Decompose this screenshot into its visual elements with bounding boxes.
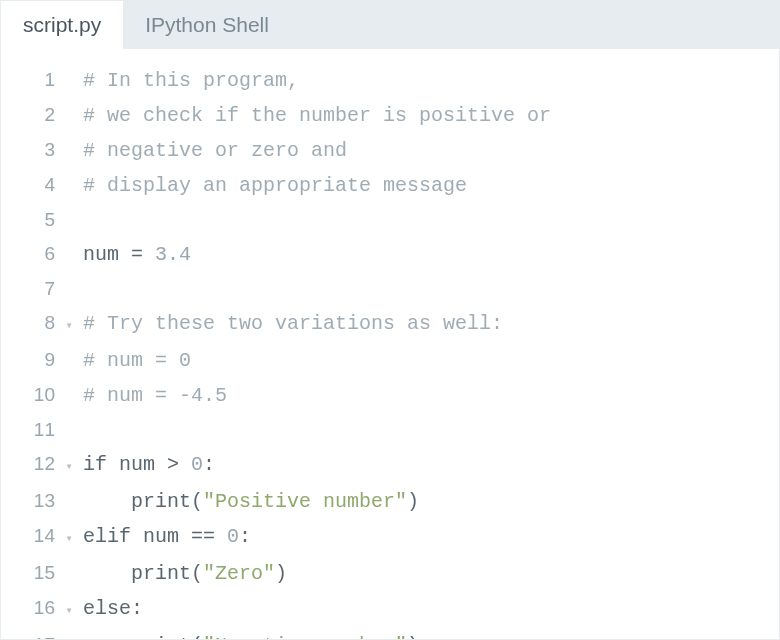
line-number: 14 — [1, 519, 61, 553]
code-content: num = 3.4 — [77, 238, 779, 272]
line-number: 8 — [1, 306, 61, 340]
code-line[interactable]: 3# negative or zero and — [1, 133, 779, 168]
code-content: # Try these two variations as well: — [77, 307, 779, 341]
code-line[interactable]: 4# display an appropriate message — [1, 168, 779, 203]
code-content: # In this program, — [77, 64, 779, 98]
fold-marker-icon[interactable]: ▾ — [61, 309, 77, 343]
line-number: 7 — [1, 272, 61, 306]
code-editor[interactable]: 1# In this program,2# we check if the nu… — [1, 49, 779, 639]
code-line[interactable]: 9# num = 0 — [1, 343, 779, 378]
code-content: # negative or zero and — [77, 134, 779, 168]
code-content: elif num == 0: — [77, 520, 779, 554]
code-line[interactable]: 7 — [1, 272, 779, 306]
code-line[interactable]: 16▾else: — [1, 591, 779, 628]
code-line[interactable]: 6num = 3.4 — [1, 237, 779, 272]
line-number: 5 — [1, 203, 61, 237]
line-number: 3 — [1, 133, 61, 167]
line-number: 4 — [1, 168, 61, 202]
code-content: # we check if the number is positive or — [77, 99, 779, 133]
code-content: print("Zero") — [77, 557, 779, 591]
code-line[interactable]: 17 print("Negative number") — [1, 628, 779, 639]
code-line[interactable]: 13 print("Positive number") — [1, 484, 779, 519]
code-content: # display an appropriate message — [77, 169, 779, 203]
code-line[interactable]: 5 — [1, 203, 779, 237]
code-line[interactable]: 11 — [1, 413, 779, 447]
line-number: 11 — [1, 413, 61, 447]
code-content: print("Positive number") — [77, 485, 779, 519]
code-content: print("Negative number") — [77, 629, 779, 639]
line-number: 13 — [1, 484, 61, 518]
code-line[interactable]: 10# num = -4.5 — [1, 378, 779, 413]
line-number: 1 — [1, 63, 61, 97]
tab-label: IPython Shell — [145, 13, 269, 37]
tab-script-py[interactable]: script.py — [1, 1, 123, 49]
fold-marker-icon[interactable]: ▾ — [61, 522, 77, 556]
line-number: 15 — [1, 556, 61, 590]
fold-marker-icon[interactable]: ▾ — [61, 594, 77, 628]
code-content: # num = -4.5 — [77, 379, 779, 413]
fold-marker-icon[interactable]: ▾ — [61, 450, 77, 484]
code-line[interactable]: 12▾if num > 0: — [1, 447, 779, 484]
line-number: 12 — [1, 447, 61, 481]
tab-label: script.py — [23, 13, 101, 37]
code-line[interactable]: 1# In this program, — [1, 63, 779, 98]
code-content: else: — [77, 592, 779, 626]
line-number: 9 — [1, 343, 61, 377]
line-number: 10 — [1, 378, 61, 412]
code-line[interactable]: 15 print("Zero") — [1, 556, 779, 591]
code-line[interactable]: 2# we check if the number is positive or — [1, 98, 779, 133]
tab-ipython-shell[interactable]: IPython Shell — [123, 1, 291, 49]
code-content: # num = 0 — [77, 344, 779, 378]
code-line[interactable]: 14▾elif num == 0: — [1, 519, 779, 556]
code-line[interactable]: 8▾# Try these two variations as well: — [1, 306, 779, 343]
line-number: 6 — [1, 237, 61, 271]
code-content: if num > 0: — [77, 448, 779, 482]
line-number: 16 — [1, 591, 61, 625]
tab-bar: script.py IPython Shell — [1, 1, 779, 49]
line-number: 2 — [1, 98, 61, 132]
line-number: 17 — [1, 628, 61, 639]
